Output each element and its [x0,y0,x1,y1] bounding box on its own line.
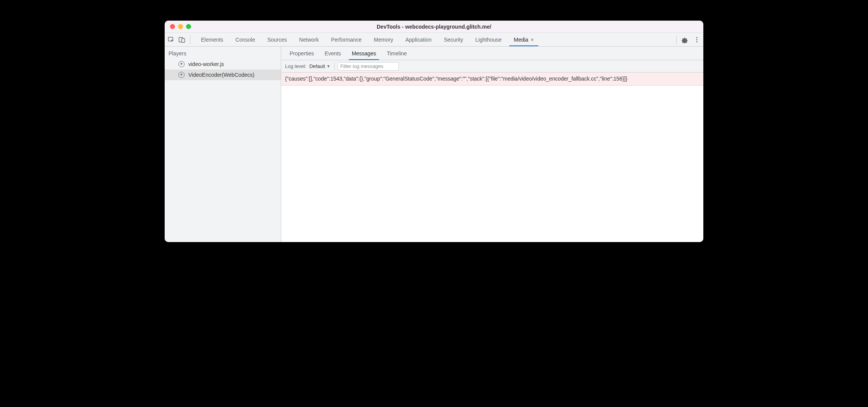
traffic-lights [165,24,191,29]
tab-media[interactable]: Media× [508,33,540,46]
play-icon [178,61,185,67]
tab-label: Application [405,37,432,43]
tab-elements[interactable]: Elements [195,33,229,46]
subtab-properties[interactable]: Properties [284,47,319,60]
loglevel-select[interactable]: Default ▼ [309,63,335,70]
log-message-row[interactable]: {"causes":[],"code":1543,"data":{},"grou… [281,73,703,86]
sidebar: Players video-worker.jsVideoEncoder(WebC… [165,47,281,242]
toolbar-left-group [168,35,190,44]
tab-label: Security [444,37,463,43]
main-toolbar: ElementsConsoleSourcesNetworkPerformance… [165,33,703,47]
subtab-messages[interactable]: Messages [347,47,382,60]
tab-console[interactable]: Console [229,33,261,46]
close-window-button[interactable] [170,24,175,29]
minimize-window-button[interactable] [178,24,183,29]
window-title: DevTools - webcodecs-playground.glitch.m… [165,24,703,30]
main-tabs: ElementsConsoleSourcesNetworkPerformance… [195,33,676,46]
loglevel-value: Default [309,63,325,69]
device-toolbar-icon[interactable] [178,36,185,43]
tab-application[interactable]: Application [399,33,438,46]
tab-label: Memory [374,37,394,43]
devtools-window: DevTools - webcodecs-playground.glitch.m… [165,21,703,242]
maximize-window-button[interactable] [186,24,191,29]
filter-bar: Log level: Default ▼ [281,60,703,73]
player-list: video-worker.jsVideoEncoder(WebCodecs) [165,59,281,80]
subtabs: PropertiesEventsMessagesTimeline [281,47,703,60]
sidebar-title: Players [165,47,281,59]
tab-lighthouse[interactable]: Lighthouse [469,33,508,46]
tab-label: Media [514,37,528,43]
player-item[interactable]: video-worker.js [165,59,281,69]
tab-sources[interactable]: Sources [261,33,293,46]
kebab-menu-icon[interactable] [693,36,700,43]
subtab-timeline[interactable]: Timeline [381,47,412,60]
tab-network[interactable]: Network [293,33,325,46]
tab-security[interactable]: Security [438,33,470,46]
messages-list: {"causes":[],"code":1543,"data":{},"grou… [281,73,703,242]
svg-point-3 [696,37,698,38]
player-item[interactable]: VideoEncoder(WebCodecs) [165,69,281,80]
tab-memory[interactable]: Memory [368,33,400,46]
dropdown-arrow-icon: ▼ [327,64,330,68]
tab-label: Console [235,37,255,43]
tab-label: Performance [331,37,361,43]
tab-label: Elements [201,37,223,43]
toolbar-right-group [676,35,700,44]
settings-gear-icon[interactable] [681,36,688,43]
body: Players video-worker.jsVideoEncoder(WebC… [165,47,703,242]
tab-label: Sources [267,37,287,43]
tab-label: Lighthouse [475,37,502,43]
player-label: VideoEncoder(WebCodecs) [188,72,254,78]
svg-point-5 [696,41,698,42]
svg-rect-2 [182,39,185,42]
svg-point-4 [696,39,698,40]
close-tab-icon[interactable]: × [531,37,534,43]
player-label: video-worker.js [188,61,224,67]
play-icon [178,72,185,78]
filter-input[interactable] [338,62,399,71]
titlebar: DevTools - webcodecs-playground.glitch.m… [165,21,703,33]
inspect-element-icon[interactable] [168,36,175,43]
subtab-events[interactable]: Events [319,47,347,60]
loglevel-label: Log level: [285,63,306,69]
tab-label: Network [299,37,319,43]
tab-performance[interactable]: Performance [325,33,368,46]
content-pane: PropertiesEventsMessagesTimeline Log lev… [281,47,703,242]
